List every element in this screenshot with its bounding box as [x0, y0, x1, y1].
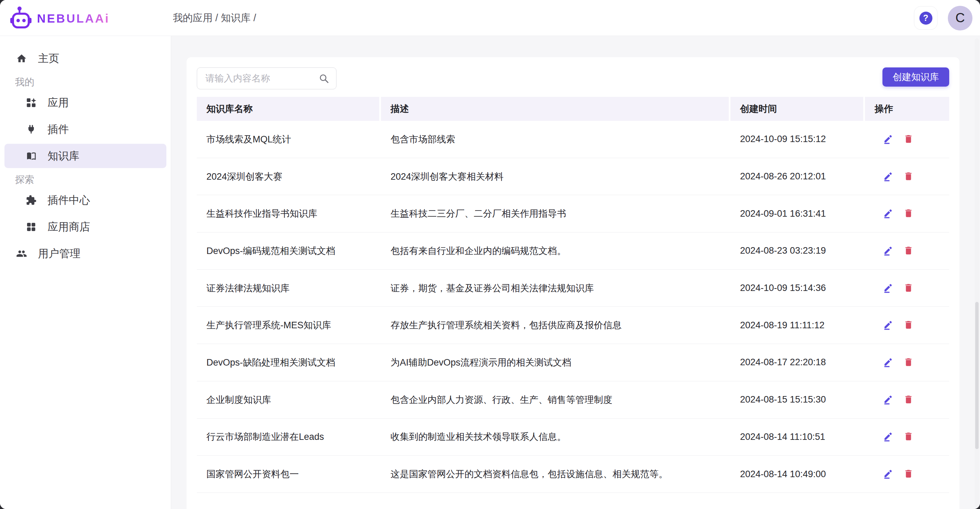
content-card: 创建知识库 知识库名称 描述 创建时间 操作 市场线索及MQL统计包含市场部线索… [186, 57, 959, 509]
users-icon [16, 248, 27, 259]
table-row: 2024深圳创客大赛2024深圳创客大赛相关材料2024-08-26 20:12… [197, 158, 949, 196]
col-header-created: 创建时间 [730, 97, 863, 121]
trash-icon [903, 283, 913, 294]
edit-button[interactable] [883, 394, 894, 405]
sidebar-item-home[interactable]: 主页 [5, 46, 166, 70]
edit-icon [883, 320, 893, 331]
scrollbar-thumb[interactable] [975, 302, 978, 449]
row-actions [865, 320, 949, 331]
delete-button[interactable] [903, 134, 914, 145]
kb-description: 2024深圳创客大赛相关材料 [381, 170, 729, 183]
edit-icon [883, 283, 893, 294]
edit-icon [883, 245, 893, 256]
edit-button[interactable] [883, 283, 894, 294]
edit-button[interactable] [883, 469, 894, 480]
kb-name: 国家管网公开资料包一 [197, 468, 379, 480]
kb-name: 企业制度知识库 [197, 394, 379, 406]
row-actions [865, 431, 949, 442]
breadcrumb[interactable]: 我的应用 / 知识库 / [173, 0, 256, 36]
delete-button[interactable] [903, 394, 914, 405]
puzzle-icon [25, 195, 37, 206]
sidebar-item-puzzle[interactable]: 插件中心 [5, 188, 166, 212]
delete-button[interactable] [903, 320, 914, 331]
kb-created-time: 2024-08-26 20:12:01 [730, 171, 863, 182]
sidebar-item-store[interactable]: 应用商店 [5, 215, 166, 239]
question-mark-icon: ? [920, 12, 932, 25]
kb-created-time: 2024-08-14 10:49:00 [730, 469, 863, 480]
edit-button[interactable] [883, 357, 894, 368]
row-actions [865, 171, 949, 182]
table-row: 市场线索及MQL统计包含市场部线索2024-10-09 15:15:12 [197, 121, 949, 158]
delete-button[interactable] [903, 431, 914, 442]
trash-icon [903, 357, 913, 368]
book-icon [25, 151, 37, 162]
sidebar-item-label: 应用商店 [48, 220, 90, 234]
sidebar-item-plugin[interactable]: 插件 [5, 117, 166, 142]
kb-created-time: 2024-10-09 15:14:36 [730, 283, 863, 293]
sidebar-item-apps[interactable]: 应用 [5, 91, 166, 115]
row-actions [865, 394, 949, 405]
robot-logo-icon [10, 6, 32, 31]
delete-button[interactable] [903, 171, 914, 182]
table-row: 生益科技作业指导书知识库生益科技二三分厂、二分厂相关作用指导书2024-09-0… [197, 195, 949, 232]
edit-button[interactable] [883, 431, 894, 442]
main-content: 创建知识库 知识库名称 描述 创建时间 操作 市场线索及MQL统计包含市场部线索… [172, 36, 980, 509]
row-actions [865, 245, 949, 256]
kb-name: 证券法律法规知识库 [197, 282, 379, 294]
scrollbar [975, 38, 979, 507]
kb-created-time: 2024-08-14 11:10:51 [730, 432, 863, 442]
delete-button[interactable] [903, 208, 914, 219]
sidebar-item-label: 插件中心 [48, 193, 90, 207]
row-actions [865, 208, 949, 219]
kb-description: 包含市场部线索 [381, 133, 729, 145]
kb-created-time: 2024-09-01 16:31:41 [730, 208, 863, 219]
delete-button[interactable] [903, 245, 914, 256]
delete-button[interactable] [903, 357, 914, 368]
kb-created-time: 2024-08-23 03:23:19 [730, 245, 863, 256]
create-kb-button[interactable]: 创建知识库 [883, 67, 949, 87]
sidebar-section-label: 探索 [15, 173, 171, 186]
edit-button[interactable] [883, 208, 894, 219]
edit-button[interactable] [883, 134, 894, 145]
edit-icon [883, 208, 893, 219]
edit-button[interactable] [883, 320, 894, 331]
search-box [197, 67, 336, 89]
sidebar-section-label: 我的 [15, 76, 171, 88]
brand-logo[interactable]: NEBULAAi [10, 6, 110, 31]
help-button[interactable]: ? [914, 6, 937, 30]
table-header: 知识库名称 描述 创建时间 操作 [197, 97, 949, 121]
avatar[interactable]: C [948, 6, 972, 30]
trash-icon [903, 171, 913, 182]
edit-icon [883, 171, 893, 182]
trash-icon [903, 245, 913, 256]
trash-icon [903, 394, 913, 405]
row-actions [865, 134, 949, 145]
edit-icon [883, 431, 893, 442]
edit-button[interactable] [883, 245, 894, 256]
sidebar-item-label: 主页 [38, 51, 59, 66]
sidebar-item-label: 插件 [48, 122, 69, 137]
row-actions [865, 469, 949, 480]
sidebar-item-users[interactable]: 用户管理 [5, 241, 166, 266]
edit-icon [883, 134, 893, 145]
row-actions [865, 357, 949, 368]
table-row: 证券法律法规知识库证券，期货，基金及证券公司相关法律法规知识库2024-10-0… [197, 270, 949, 307]
search-icon[interactable] [319, 73, 329, 84]
delete-button[interactable] [903, 283, 914, 294]
table-body: 市场线索及MQL统计包含市场部线索2024-10-09 15:15:122024… [197, 121, 949, 493]
delete-button[interactable] [903, 469, 914, 480]
sidebar-item-label: 应用 [48, 95, 69, 110]
plugin-icon [25, 124, 37, 135]
sidebar-item-book[interactable]: 知识库 [5, 144, 166, 168]
kb-table: 知识库名称 描述 创建时间 操作 市场线索及MQL统计包含市场部线索2024-1… [197, 97, 949, 493]
kb-created-time: 2024-08-15 15:15:30 [730, 394, 863, 405]
trash-icon [903, 134, 913, 145]
edit-button[interactable] [883, 171, 894, 182]
search-input[interactable] [197, 67, 336, 89]
kb-created-time: 2024-08-17 22:20:18 [730, 357, 863, 367]
kb-name: 生益科技作业指导书知识库 [197, 207, 379, 220]
kb-name: 行云市场部制造业潜在Leads [197, 431, 379, 443]
table-row: 生产执行管理系统-MES知识库存放生产执行管理系统相关资料，包括供应商及报价信息… [197, 307, 949, 344]
kb-created-time: 2024-08-19 11:11:12 [730, 320, 863, 331]
kb-name: 市场线索及MQL统计 [197, 133, 379, 145]
